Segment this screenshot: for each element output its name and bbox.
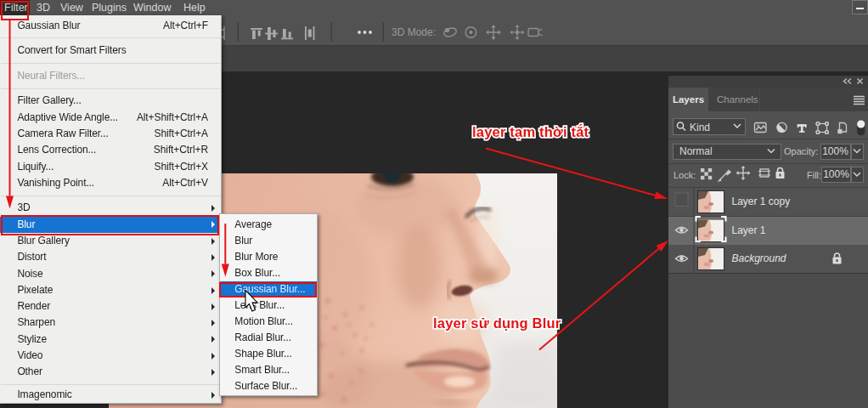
svg-text:3D Mode:: 3D Mode: (392, 26, 436, 38)
